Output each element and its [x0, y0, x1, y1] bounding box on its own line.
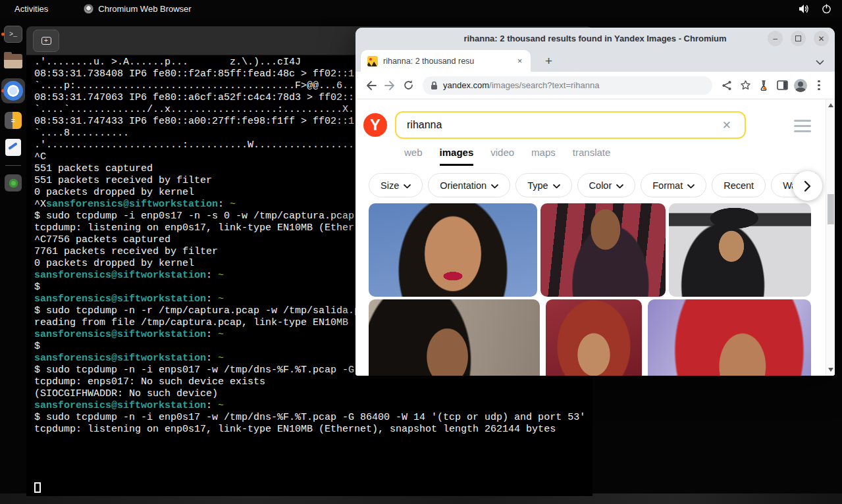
maximize-button[interactable]: [791, 31, 806, 46]
image-result[interactable]: [648, 299, 811, 376]
software-icon: [5, 174, 22, 191]
terminal-line: [34, 483, 592, 495]
results-row: [369, 299, 812, 376]
image-results-grid: [369, 203, 812, 376]
menu-dots-icon[interactable]: [810, 76, 828, 95]
filter-orientation[interactable]: Orientation: [428, 173, 510, 197]
yandex-logo[interactable]: Y: [363, 113, 387, 137]
window-controls: – ✕: [768, 31, 829, 46]
yandex-tab-maps[interactable]: maps: [531, 147, 556, 166]
dock-item-calculator[interactable]: =: [0, 110, 26, 131]
terminal-line: sansforensics@siftworkstation: ~: [34, 400, 592, 412]
system-status-area: [799, 4, 831, 14]
filter-recent[interactable]: Recent: [712, 173, 766, 197]
yandex-tab-web[interactable]: web: [404, 147, 423, 166]
chromium-mono-icon: [84, 4, 93, 14]
terminal-line: [34, 436, 592, 447]
lock-icon: [431, 81, 438, 90]
share-icon[interactable]: [718, 76, 736, 95]
new-tab-button[interactable]: +: [540, 52, 558, 70]
terminal-line: tcpdump: enps017: No such device exists: [34, 376, 592, 388]
chromium-window: rihanna: 2 thousand results found in Yan…: [355, 28, 835, 376]
yandex-nav-tabs: webimagesvideomapstranslate: [404, 147, 610, 166]
filter-color[interactable]: Color: [577, 173, 636, 197]
dock-item-text-editor[interactable]: [0, 137, 26, 158]
image-result[interactable]: [669, 203, 811, 297]
activities-button[interactable]: Activities: [9, 3, 53, 15]
filters-scroll-right-button[interactable]: [793, 171, 822, 201]
window-title: rihanna: 2 thousand results found in Yan…: [463, 34, 726, 43]
yandex-tab-images[interactable]: images: [440, 147, 474, 166]
reload-icon[interactable]: [399, 76, 417, 95]
browser-toolbar: yandex.com/images/search?text=rihanna: [355, 72, 835, 99]
yandex-tab-video[interactable]: video: [490, 147, 514, 166]
files-icon: [4, 54, 22, 68]
scrollbar-thumb[interactable]: [828, 194, 834, 224]
terminal-line: (SIOCGIFHWADDR: No such device): [34, 388, 592, 400]
terminal-cursor: [34, 482, 41, 493]
yandex-search-box: ✕: [395, 111, 746, 139]
dock-item-files[interactable]: [0, 51, 26, 72]
terminal-line: [34, 459, 592, 471]
address-bar[interactable]: yandex.com/images/search?text=rihanna: [423, 76, 712, 95]
scroll-up-icon[interactable]: [828, 103, 833, 107]
tab-search-chevron-icon[interactable]: [816, 56, 824, 68]
flask-icon[interactable]: [754, 76, 773, 95]
image-result[interactable]: [369, 299, 540, 376]
text-editor-icon: [5, 139, 21, 156]
dock-item-terminal[interactable]: >_: [0, 24, 26, 45]
filter-size[interactable]: Size: [369, 173, 423, 197]
avatar-icon[interactable]: [791, 76, 810, 95]
image-result[interactable]: [540, 203, 666, 297]
search-input[interactable]: [407, 119, 720, 131]
image-result[interactable]: [546, 299, 642, 376]
dock-separator: [5, 165, 21, 166]
filter-format[interactable]: Format: [641, 173, 706, 197]
page-content: Y ✕ webimagesvideomapstranslate SizeOrie…: [355, 99, 835, 376]
yandex-images-favicon: [367, 56, 378, 66]
page-scrollbar[interactable]: [826, 99, 835, 376]
calculator-icon: =: [5, 112, 22, 129]
terminal-new-tab-button[interactable]: [33, 30, 59, 52]
results-row: [369, 203, 812, 297]
focused-app-label: Chromium Web Browser: [98, 4, 191, 14]
image-result[interactable]: [369, 203, 537, 297]
yandex-tab-translate[interactable]: translate: [573, 147, 611, 166]
speaker-icon[interactable]: [799, 4, 810, 14]
clear-search-icon[interactable]: ✕: [720, 118, 734, 132]
focused-app-indicator[interactable]: Chromium Web Browser: [84, 4, 191, 14]
tab-strip: rihanna: 2 thousand resu × +: [355, 49, 835, 72]
tab-title: rihanna: 2 thousand resu: [383, 56, 514, 66]
star-icon[interactable]: [736, 76, 754, 95]
dock-item-chromium[interactable]: [0, 78, 26, 104]
forward-icon[interactable]: [381, 76, 399, 95]
running-indicator: [1, 33, 5, 36]
tab-plus-icon: [41, 37, 51, 45]
terminal-line: [34, 447, 592, 459]
filter-pills-row: SizeOrientationTypeColorFormatRecentWall…: [369, 173, 816, 199]
scroll-down-icon[interactable]: [828, 368, 833, 372]
gnome-top-bar: Activities Chromium Web Browser: [0, 0, 842, 18]
dock-item-software[interactable]: [0, 172, 26, 193]
side-panel-icon[interactable]: [773, 76, 791, 95]
terminal-line: tcpdump: listening on enp0s17, link-type…: [34, 424, 592, 436]
terminal-line: [34, 471, 592, 483]
desktop: Activities Chromium Web Browser >_: [0, 0, 842, 504]
minimize-button[interactable]: –: [768, 31, 783, 46]
terminal-icon: >_: [4, 26, 22, 43]
filter-type[interactable]: Type: [515, 173, 571, 197]
browser-tab[interactable]: rihanna: 2 thousand resu ×: [361, 50, 531, 72]
close-button[interactable]: ✕: [814, 31, 829, 46]
menu-hamburger-icon[interactable]: [794, 120, 811, 136]
power-icon[interactable]: [822, 4, 831, 14]
dock: >_ =: [0, 18, 26, 504]
terminal-line: $ sudo tcpdump -n -i enp0s17 -w /tmp/dns…: [34, 412, 592, 424]
chromium-icon: [3, 81, 23, 101]
tab-close-icon[interactable]: ×: [514, 55, 525, 66]
browser-titlebar[interactable]: rihanna: 2 thousand results found in Yan…: [355, 28, 835, 49]
url-text: yandex.com/images/search?text=rihanna: [443, 80, 599, 90]
back-icon[interactable]: [362, 76, 381, 95]
